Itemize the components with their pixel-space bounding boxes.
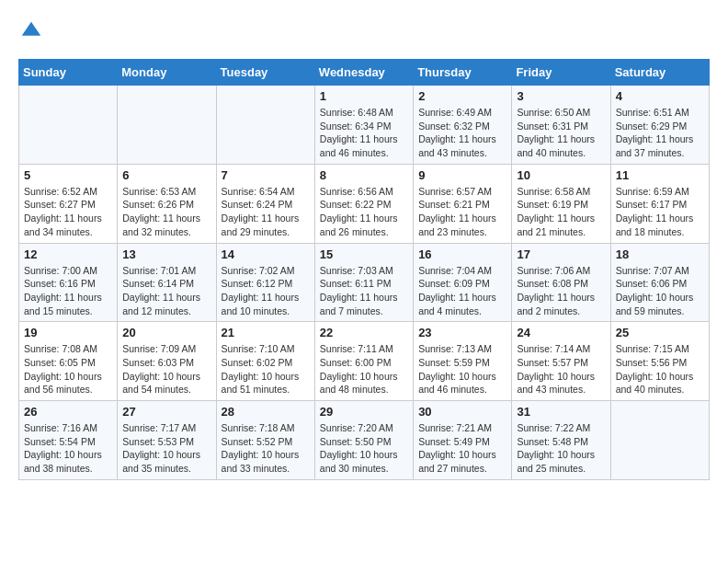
calendar-cell: 11Sunrise: 6:59 AM Sunset: 6:17 PM Dayli… [610, 164, 709, 243]
day-number: 13 [122, 247, 210, 261]
day-number: 25 [616, 326, 704, 339]
calendar-cell: 3Sunrise: 6:50 AM Sunset: 6:31 PM Daylig… [512, 86, 610, 165]
day-number: 30 [418, 405, 506, 419]
day-number: 23 [418, 326, 506, 339]
week-row-2: 5Sunrise: 6:52 AM Sunset: 6:27 PM Daylig… [19, 164, 710, 243]
day-info: Sunrise: 7:06 AM Sunset: 6:08 PM Dayligh… [517, 264, 605, 318]
day-info: Sunrise: 6:52 AM Sunset: 6:27 PM Dayligh… [24, 185, 112, 239]
calendar-cell: 21Sunrise: 7:10 AM Sunset: 6:02 PM Dayli… [216, 322, 314, 401]
day-number: 19 [24, 326, 112, 339]
calendar-cell: 28Sunrise: 7:18 AM Sunset: 5:52 PM Dayli… [216, 401, 314, 480]
day-header-saturday: Saturday [610, 60, 709, 86]
day-number: 6 [122, 168, 210, 182]
day-info: Sunrise: 7:14 AM Sunset: 5:57 PM Dayligh… [517, 342, 605, 396]
calendar-cell: 20Sunrise: 7:09 AM Sunset: 6:03 PM Dayli… [118, 322, 216, 401]
day-number: 15 [320, 247, 408, 261]
day-number: 9 [418, 168, 506, 182]
day-number: 3 [517, 89, 605, 103]
day-info: Sunrise: 6:50 AM Sunset: 6:31 PM Dayligh… [517, 106, 605, 160]
calendar-cell: 16Sunrise: 7:04 AM Sunset: 6:09 PM Dayli… [414, 243, 512, 322]
day-number: 31 [517, 405, 605, 419]
day-info: Sunrise: 6:53 AM Sunset: 6:26 PM Dayligh… [122, 185, 210, 239]
calendar-cell: 15Sunrise: 7:03 AM Sunset: 6:11 PM Dayli… [314, 243, 413, 322]
day-info: Sunrise: 7:07 AM Sunset: 6:06 PM Dayligh… [616, 264, 704, 318]
day-header-thursday: Thursday [414, 60, 512, 86]
day-info: Sunrise: 6:48 AM Sunset: 6:34 PM Dayligh… [320, 106, 408, 160]
day-info: Sunrise: 7:08 AM Sunset: 6:05 PM Dayligh… [24, 342, 112, 396]
day-number: 5 [24, 168, 112, 182]
logo [18, 18, 48, 44]
day-info: Sunrise: 6:49 AM Sunset: 6:32 PM Dayligh… [418, 106, 506, 160]
days-header-row: SundayMondayTuesdayWednesdayThursdayFrid… [19, 60, 710, 86]
day-info: Sunrise: 6:56 AM Sunset: 6:22 PM Dayligh… [320, 185, 408, 239]
calendar-cell [216, 86, 314, 165]
calendar-cell: 19Sunrise: 7:08 AM Sunset: 6:05 PM Dayli… [19, 322, 118, 401]
day-number: 2 [418, 89, 506, 103]
day-number: 21 [222, 326, 310, 339]
day-info: Sunrise: 6:59 AM Sunset: 6:17 PM Dayligh… [616, 185, 704, 239]
calendar-cell: 17Sunrise: 7:06 AM Sunset: 6:08 PM Dayli… [512, 243, 610, 322]
calendar-cell: 30Sunrise: 7:21 AM Sunset: 5:49 PM Dayli… [414, 401, 512, 480]
day-header-wednesday: Wednesday [314, 60, 413, 86]
day-header-friday: Friday [512, 60, 610, 86]
svg-marker-0 [22, 22, 41, 36]
day-number: 28 [222, 405, 310, 419]
calendar-cell: 27Sunrise: 7:17 AM Sunset: 5:53 PM Dayli… [118, 401, 216, 480]
calendar-cell: 5Sunrise: 6:52 AM Sunset: 6:27 PM Daylig… [19, 164, 118, 243]
day-header-monday: Monday [118, 60, 216, 86]
day-number: 22 [320, 326, 408, 339]
day-number: 10 [517, 168, 605, 182]
day-number: 12 [24, 247, 112, 261]
calendar-cell: 25Sunrise: 7:15 AM Sunset: 5:56 PM Dayli… [610, 322, 709, 401]
day-info: Sunrise: 6:57 AM Sunset: 6:21 PM Dayligh… [418, 185, 506, 239]
day-info: Sunrise: 6:51 AM Sunset: 6:29 PM Dayligh… [616, 106, 704, 160]
calendar-cell [610, 401, 709, 480]
day-number: 29 [320, 405, 408, 419]
calendar-cell: 1Sunrise: 6:48 AM Sunset: 6:34 PM Daylig… [314, 86, 413, 165]
calendar-cell [118, 86, 216, 165]
day-number: 24 [517, 326, 605, 339]
calendar-cell: 12Sunrise: 7:00 AM Sunset: 6:16 PM Dayli… [19, 243, 118, 322]
day-info: Sunrise: 7:16 AM Sunset: 5:54 PM Dayligh… [24, 421, 112, 476]
page-header [18, 18, 710, 44]
logo-icon [18, 18, 44, 44]
calendar-cell: 18Sunrise: 7:07 AM Sunset: 6:06 PM Dayli… [610, 243, 709, 322]
day-info: Sunrise: 7:13 AM Sunset: 5:59 PM Dayligh… [418, 342, 506, 396]
day-info: Sunrise: 7:18 AM Sunset: 5:52 PM Dayligh… [222, 421, 310, 476]
day-info: Sunrise: 7:00 AM Sunset: 6:16 PM Dayligh… [24, 264, 112, 318]
day-number: 11 [616, 168, 704, 182]
calendar-table: SundayMondayTuesdayWednesdayThursdayFrid… [18, 59, 710, 480]
calendar-cell: 26Sunrise: 7:16 AM Sunset: 5:54 PM Dayli… [19, 401, 118, 480]
calendar-cell: 23Sunrise: 7:13 AM Sunset: 5:59 PM Dayli… [414, 322, 512, 401]
day-info: Sunrise: 6:58 AM Sunset: 6:19 PM Dayligh… [517, 185, 605, 239]
calendar-cell: 31Sunrise: 7:22 AM Sunset: 5:48 PM Dayli… [512, 401, 610, 480]
calendar-cell: 8Sunrise: 6:56 AM Sunset: 6:22 PM Daylig… [314, 164, 413, 243]
day-info: Sunrise: 7:17 AM Sunset: 5:53 PM Dayligh… [122, 421, 210, 476]
day-info: Sunrise: 7:10 AM Sunset: 6:02 PM Dayligh… [222, 342, 310, 396]
day-header-tuesday: Tuesday [216, 60, 314, 86]
calendar-cell [19, 86, 118, 165]
day-number: 18 [616, 247, 704, 261]
day-number: 4 [616, 89, 704, 103]
calendar-cell: 4Sunrise: 6:51 AM Sunset: 6:29 PM Daylig… [610, 86, 709, 165]
day-info: Sunrise: 6:54 AM Sunset: 6:24 PM Dayligh… [222, 185, 310, 239]
day-number: 8 [320, 168, 408, 182]
week-row-5: 26Sunrise: 7:16 AM Sunset: 5:54 PM Dayli… [19, 401, 710, 480]
day-number: 26 [24, 405, 112, 419]
day-info: Sunrise: 7:09 AM Sunset: 6:03 PM Dayligh… [122, 342, 210, 396]
calendar-cell: 7Sunrise: 6:54 AM Sunset: 6:24 PM Daylig… [216, 164, 314, 243]
week-row-1: 1Sunrise: 6:48 AM Sunset: 6:34 PM Daylig… [19, 86, 710, 165]
calendar-cell: 10Sunrise: 6:58 AM Sunset: 6:19 PM Dayli… [512, 164, 610, 243]
calendar-cell: 22Sunrise: 7:11 AM Sunset: 6:00 PM Dayli… [314, 322, 413, 401]
day-number: 7 [222, 168, 310, 182]
day-number: 14 [222, 247, 310, 261]
day-number: 16 [418, 247, 506, 261]
calendar-cell: 9Sunrise: 6:57 AM Sunset: 6:21 PM Daylig… [414, 164, 512, 243]
calendar-cell: 14Sunrise: 7:02 AM Sunset: 6:12 PM Dayli… [216, 243, 314, 322]
week-row-3: 12Sunrise: 7:00 AM Sunset: 6:16 PM Dayli… [19, 243, 710, 322]
calendar-cell: 24Sunrise: 7:14 AM Sunset: 5:57 PM Dayli… [512, 322, 610, 401]
day-number: 1 [320, 89, 408, 103]
calendar-cell: 29Sunrise: 7:20 AM Sunset: 5:50 PM Dayli… [314, 401, 413, 480]
day-info: Sunrise: 7:01 AM Sunset: 6:14 PM Dayligh… [122, 264, 210, 318]
day-info: Sunrise: 7:04 AM Sunset: 6:09 PM Dayligh… [418, 264, 506, 318]
